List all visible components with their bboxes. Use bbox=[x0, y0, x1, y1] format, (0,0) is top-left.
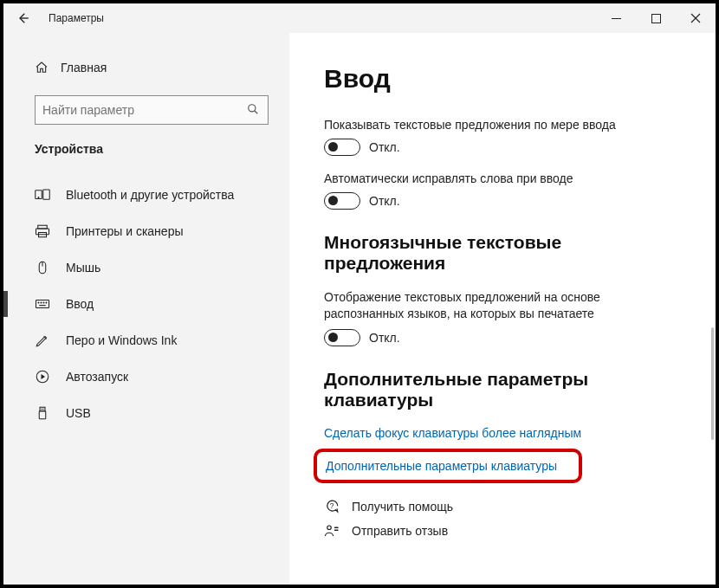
toggle-multilingual[interactable] bbox=[324, 329, 360, 346]
svg-point-2 bbox=[249, 104, 256, 111]
svg-rect-7 bbox=[36, 229, 49, 235]
help-label: Получить помощь bbox=[352, 500, 453, 514]
toggle-row: Откл. bbox=[324, 192, 681, 210]
window-title: Параметры bbox=[49, 12, 104, 24]
svg-rect-20 bbox=[42, 409, 43, 410]
setting-label: Показывать текстовые предложения по мере… bbox=[324, 118, 681, 132]
home-icon bbox=[35, 61, 49, 74]
toggle-autocorrect[interactable] bbox=[324, 192, 360, 210]
toggle-row: Откл. bbox=[324, 139, 681, 156]
sidebar-section-label: Устройства bbox=[3, 125, 289, 168]
setting-autocorrect: Автоматически исправлять слова при вводе… bbox=[324, 171, 681, 210]
close-icon bbox=[690, 13, 701, 23]
window-controls bbox=[596, 3, 716, 33]
keyboard-icon bbox=[35, 296, 50, 312]
svg-rect-17 bbox=[40, 407, 45, 411]
sidebar-item-label: Автозапуск bbox=[66, 370, 128, 384]
back-button[interactable] bbox=[12, 8, 33, 29]
section-heading-multilingual: Многоязычные текстовые предложения bbox=[324, 232, 681, 274]
minimize-button[interactable] bbox=[596, 3, 636, 33]
sidebar-item-label: Bluetooth и другие устройства bbox=[66, 188, 234, 202]
search-icon bbox=[238, 103, 268, 118]
mouse-icon bbox=[35, 260, 50, 275]
settings-window: Параметры Главная bbox=[3, 3, 716, 585]
search-box[interactable] bbox=[35, 95, 269, 125]
svg-point-22 bbox=[327, 526, 332, 530]
setting-multilingual: Отображение текстовых предложений на осн… bbox=[324, 289, 681, 346]
highlight-annotation: Дополнительные параметры клавиатуры bbox=[314, 449, 582, 483]
sidebar-item-typing[interactable]: Ввод bbox=[3, 286, 289, 322]
sidebar-item-autoplay[interactable]: Автозапуск bbox=[3, 359, 289, 395]
svg-point-11 bbox=[38, 302, 39, 303]
sidebar: Главная Устройства Bluetooth и другие ус… bbox=[3, 33, 289, 585]
svg-point-13 bbox=[43, 302, 44, 303]
toggle-knob bbox=[328, 196, 338, 205]
printer-icon bbox=[35, 223, 50, 239]
svg-rect-10 bbox=[36, 300, 49, 308]
sidebar-item-label: Ввод bbox=[66, 297, 94, 311]
devices-icon bbox=[35, 187, 50, 203]
svg-point-14 bbox=[46, 302, 47, 303]
usb-icon bbox=[35, 405, 50, 421]
sidebar-home-label: Главная bbox=[61, 61, 107, 74]
give-feedback-link[interactable]: Отправить отзыв bbox=[324, 523, 681, 539]
content-area: Ввод Показывать текстовые предложения по… bbox=[289, 33, 716, 585]
toggle-knob bbox=[328, 142, 338, 152]
sidebar-item-label: Принтеры и сканеры bbox=[66, 224, 183, 238]
help-icon: ? bbox=[324, 499, 340, 514]
sidebar-item-pen[interactable]: Перо и Windows Ink bbox=[3, 322, 289, 359]
titlebar-left: Параметры bbox=[12, 8, 104, 29]
sidebar-item-printers[interactable]: Принтеры и сканеры bbox=[3, 213, 289, 249]
svg-rect-0 bbox=[612, 18, 621, 19]
setting-show-suggestions: Показывать текстовые предложения по мере… bbox=[324, 118, 681, 156]
toggle-state-text: Откл. bbox=[369, 140, 400, 154]
setting-label: Автоматически исправлять слова при вводе bbox=[324, 171, 681, 185]
toggle-state-text: Откл. bbox=[369, 331, 400, 345]
titlebar: Параметры bbox=[3, 3, 716, 33]
svg-point-12 bbox=[41, 302, 42, 303]
svg-rect-18 bbox=[39, 411, 46, 419]
toggle-state-text: Откл. bbox=[369, 194, 400, 208]
toggle-row: Откл. bbox=[324, 329, 681, 346]
svg-rect-6 bbox=[38, 225, 48, 229]
autoplay-icon bbox=[35, 369, 50, 384]
maximize-icon bbox=[651, 14, 661, 23]
pen-icon bbox=[35, 333, 50, 348]
feedback-icon bbox=[324, 523, 340, 539]
sidebar-item-usb[interactable]: USB bbox=[3, 395, 289, 431]
window-frame: Параметры Главная bbox=[0, 0, 719, 588]
feedback-label: Отправить отзыв bbox=[352, 524, 448, 538]
sidebar-home[interactable]: Главная bbox=[3, 55, 289, 80]
scrollbar-thumb[interactable] bbox=[711, 327, 714, 440]
body: Главная Устройства Bluetooth и другие ус… bbox=[3, 33, 716, 585]
toggle-knob bbox=[328, 333, 338, 342]
arrow-left-icon bbox=[15, 10, 30, 26]
link-advanced-keyboard-settings[interactable]: Дополнительные параметры клавиатуры bbox=[326, 459, 570, 473]
sidebar-item-bluetooth[interactable]: Bluetooth и другие устройства bbox=[3, 177, 289, 213]
sidebar-item-label: USB bbox=[66, 406, 91, 420]
search-input[interactable] bbox=[36, 103, 238, 117]
sidebar-item-mouse[interactable]: Мышь bbox=[3, 249, 289, 286]
link-keyboard-focus[interactable]: Сделать фокус клавиатуры более наглядным bbox=[324, 426, 681, 440]
sidebar-item-label: Мышь bbox=[66, 261, 100, 275]
svg-rect-15 bbox=[39, 305, 46, 306]
maximize-button[interactable] bbox=[636, 3, 676, 33]
setting-description: Отображение текстовых предложений на осн… bbox=[324, 289, 670, 322]
svg-point-5 bbox=[38, 197, 39, 198]
toggle-show-suggestions[interactable] bbox=[324, 139, 360, 156]
get-help-link[interactable]: ? Получить помощь bbox=[324, 499, 681, 514]
svg-rect-1 bbox=[651, 14, 660, 23]
sidebar-nav: Bluetooth и другие устройства Принтеры и… bbox=[3, 177, 289, 431]
sidebar-item-label: Перо и Windows Ink bbox=[66, 333, 177, 347]
svg-rect-4 bbox=[43, 190, 50, 199]
svg-text:?: ? bbox=[330, 502, 334, 510]
close-button[interactable] bbox=[676, 3, 716, 33]
svg-rect-19 bbox=[42, 409, 42, 410]
page-heading: Ввод bbox=[324, 64, 681, 94]
section-heading-advanced-keyboard: Дополнительные параметры клавиатуры bbox=[324, 369, 681, 410]
minimize-icon bbox=[612, 14, 621, 23]
